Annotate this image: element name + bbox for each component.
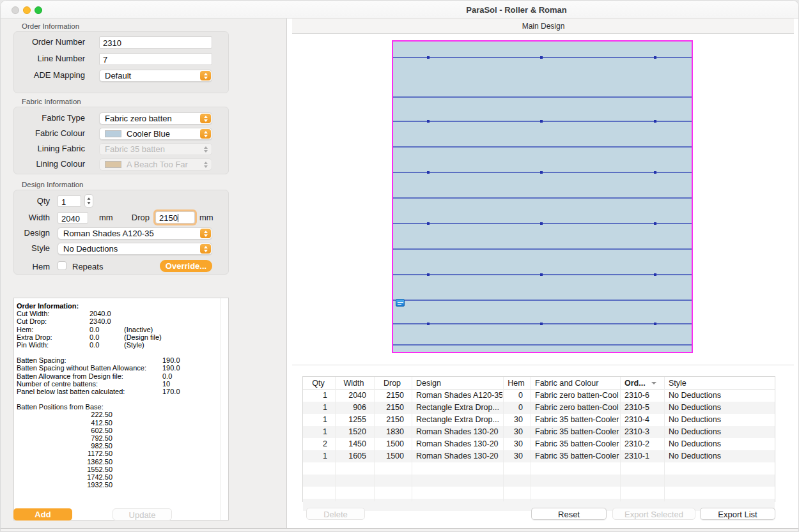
app-window: ParaSol - Roller & Roman Order Informati…	[0, 0, 799, 532]
column-header-design[interactable]: Design	[416, 379, 502, 388]
delete-button[interactable]: Delete	[306, 508, 365, 520]
column-header-width[interactable]: Width	[335, 379, 373, 388]
repeats-label: Repeats	[72, 262, 103, 271]
text-cursor	[178, 214, 178, 222]
batten-line	[393, 146, 692, 148]
qty-input[interactable]: 1	[58, 195, 81, 207]
table-cell: Roman Shades A120-35	[416, 391, 502, 400]
popup-chevrons-icon	[200, 114, 211, 123]
batten-line-with-pins	[393, 121, 692, 122]
batten-position-value: 1742.50	[17, 473, 112, 481]
update-button[interactable]: Update	[112, 508, 172, 521]
summary-scrollbar[interactable]	[220, 298, 228, 520]
popup-chevrons-icon	[200, 244, 211, 254]
table-cell: 1500	[374, 452, 404, 460]
fabric-type-label: Fabric Type	[14, 113, 85, 123]
export-list-button[interactable]: Export List	[700, 508, 775, 520]
pin-dot	[427, 273, 430, 276]
batten-line	[393, 248, 692, 250]
window-bottom-edge	[1, 528, 798, 532]
table-cell: Rectangle Extra Drop...	[416, 415, 502, 424]
pin-dot	[540, 120, 543, 123]
table-cell: 1	[303, 452, 327, 460]
override-button[interactable]: Override...	[160, 260, 212, 272]
table-cell: 30	[503, 439, 523, 448]
column-divider	[335, 377, 336, 501]
column-header-ord[interactable]: Ord...	[624, 379, 652, 388]
lining-colour-swatch	[105, 161, 121, 168]
table-cell: 2310-5	[624, 403, 663, 412]
column-header-fabricandcolour[interactable]: Fabric and Colour	[535, 379, 619, 388]
table-cell: 1450	[335, 439, 366, 448]
summary-row: Hem:0.0(Inactive)	[17, 326, 228, 333]
table-cell: Fabric 35 batten-Cooler	[535, 415, 619, 424]
style-select[interactable]: No Deductions	[58, 243, 212, 255]
minimize-button[interactable]	[23, 6, 31, 14]
main-design-title: Main Design	[522, 22, 565, 31]
table-cell: 2310-3	[624, 427, 663, 436]
table-cell: Roman Shades 130-20	[416, 439, 502, 448]
fabric-information-group: Fabric Type Fabric zero batten Fabric Co…	[13, 107, 229, 174]
table-cell: Roman Shades 130-20	[416, 452, 502, 460]
pin-dot	[654, 171, 656, 174]
table-cell: 30	[503, 452, 523, 460]
table-cell: 906	[335, 403, 366, 412]
width-input[interactable]: 2040	[58, 212, 88, 224]
note-icon[interactable]	[396, 299, 405, 307]
sort-descending-icon	[651, 382, 656, 384]
batten-position-value: 1932.50	[17, 481, 112, 489]
shade-design-canvas[interactable]	[392, 40, 693, 353]
order-number-input[interactable]: 2310	[99, 36, 212, 49]
pin-dot	[540, 222, 543, 225]
column-header-qty[interactable]: Qty	[303, 379, 334, 388]
lining-fabric-select[interactable]: Fabric 35 batten	[99, 143, 212, 155]
lining-fabric-label: Lining Fabric	[14, 144, 85, 153]
lining-colour-label: Lining Colour	[14, 159, 85, 169]
table-cell: 1500	[374, 439, 404, 448]
batten-position-value: 982.50	[17, 442, 112, 450]
pin-dot	[427, 56, 430, 59]
pin-dot	[540, 171, 543, 174]
column-header-drop[interactable]: Drop	[374, 379, 410, 388]
batten-position-value: 602.50	[17, 427, 112, 434]
fabric-colour-label: Fabric Colour	[14, 128, 85, 138]
fabric-colour-swatch	[105, 130, 121, 137]
table-cell: 2310-4	[624, 415, 663, 424]
table-cell: Fabric 35 batten-Cooler	[535, 452, 619, 460]
hem-label: Hem	[14, 262, 50, 271]
table-cell: 1	[303, 391, 327, 400]
fabric-colour-select[interactable]: Cooler Blue	[99, 128, 212, 140]
lining-colour-select[interactable]: A Beach Too Far	[99, 158, 212, 171]
table-cell: 2150	[374, 403, 404, 412]
batten-line	[393, 197, 692, 199]
reset-button[interactable]: Reset	[531, 508, 607, 520]
table-cell: Roman Shades 130-20	[416, 427, 502, 436]
line-number-input[interactable]: 7	[99, 53, 212, 65]
table-cell: 30	[503, 415, 523, 424]
drop-input[interactable]: 2150	[155, 211, 195, 224]
column-divider	[531, 377, 531, 501]
table-cell: Fabric zero batten-Cool	[535, 391, 619, 400]
export-selected-button[interactable]: Export Selected	[612, 508, 695, 520]
qty-stepper[interactable]	[84, 194, 93, 208]
table-cell: 2150	[374, 415, 404, 424]
summary-heading: Order Information:	[17, 302, 228, 310]
add-button[interactable]: Add	[13, 508, 72, 521]
repeats-checkbox[interactable]	[58, 261, 66, 270]
order-form-panel: Order Information Order Number 2310 Line…	[1, 19, 287, 528]
maximize-button[interactable]	[35, 6, 42, 14]
close-button[interactable]	[12, 6, 19, 14]
pin-dot	[427, 323, 430, 325]
table-cell: Fabric 35 batten-Cooler	[535, 439, 619, 448]
table-cell: 1	[303, 415, 327, 424]
title-bar: ParaSol - Roller & Roman	[1, 1, 798, 19]
column-header-style[interactable]: Style	[669, 379, 775, 388]
fabric-type-select[interactable]: Fabric zero batten	[99, 112, 212, 125]
table-cell: 2310-1	[624, 452, 663, 460]
design-select[interactable]: Roman Shades A120-35	[58, 227, 212, 239]
summary-row: Cut Drop:2340.0	[17, 317, 228, 325]
column-header-hem[interactable]: Hem	[503, 379, 529, 388]
batten-line	[393, 300, 692, 301]
column-divider	[664, 377, 665, 501]
ade-mapping-select[interactable]: Default	[99, 70, 212, 82]
